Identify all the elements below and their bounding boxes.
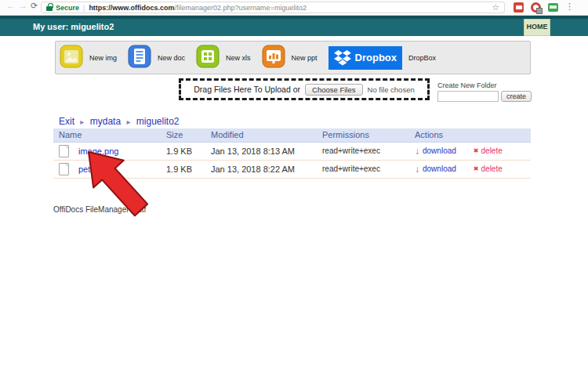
- header-permissions: Permissions: [317, 128, 409, 142]
- breadcrumb-separator-icon: ▸: [126, 117, 130, 126]
- extension-mail-icon[interactable]: [514, 2, 524, 13]
- address-bar[interactable]: Secure | https://www.offidocs.com/filema…: [41, 2, 505, 13]
- create-folder-panel: Create New Folder create: [437, 81, 532, 102]
- breadcrumb-separator-icon: ▸: [80, 117, 84, 126]
- new-ppt-button[interactable]: New ppt: [262, 45, 318, 71]
- secure-label: Secure: [56, 4, 79, 12]
- presentation-file-icon: [262, 45, 285, 71]
- header-size: Size: [161, 128, 205, 142]
- upload-dropzone[interactable]: Drag Files Here To Upload or Choose File…: [179, 78, 430, 100]
- delete-link[interactable]: delete: [481, 164, 503, 173]
- file-link-image-png[interactable]: image.png: [78, 146, 118, 156]
- browser-window: ← → ⟳ Secure | https://www.offidocs.com/…: [0, 0, 588, 365]
- user-label: My user: miguelito2: [33, 22, 114, 31]
- footer-text: OffiDocs FileManager platf: [53, 205, 146, 214]
- header-modified: Modified: [205, 128, 317, 142]
- delete-link[interactable]: delete: [481, 146, 503, 155]
- download-icon: ↓: [415, 164, 419, 175]
- table-header-row: Name Size Modified Permissions Actions: [53, 128, 531, 142]
- file-icon: [59, 145, 69, 157]
- download-link[interactable]: download: [423, 146, 456, 155]
- toolbar: New img New doc: [55, 41, 531, 74]
- delete-icon: ✖: [474, 165, 479, 172]
- dropbox-button[interactable]: Dropbox: [328, 46, 402, 70]
- new-folder-input[interactable]: [437, 91, 499, 102]
- no-file-chosen-label: No file chosen: [368, 85, 415, 94]
- breadcrumb-mydata[interactable]: mydata: [90, 116, 121, 127]
- browser-menu-icon[interactable]: ⋮: [565, 2, 574, 12]
- extension-green-icon[interactable]: [548, 3, 558, 12]
- file-size: 1.9 KB: [161, 160, 205, 178]
- new-img-label: New img: [89, 54, 117, 62]
- new-ppt-label: New ppt: [292, 54, 318, 62]
- new-xls-label: New xls: [226, 54, 251, 62]
- download-icon: ↓: [415, 146, 419, 157]
- delete-icon: ✖: [474, 147, 479, 154]
- new-doc-label: New doc: [158, 54, 185, 62]
- file-modified: Jan 13, 2018 8:22 AM: [205, 160, 317, 178]
- file-link-peter[interactable]: peter: [78, 164, 98, 174]
- url-domain: https://www.offidocs.com: [89, 4, 174, 12]
- home-button[interactable]: HOME: [524, 19, 550, 36]
- dropbox-tool: Dropbox DropBox: [328, 46, 436, 70]
- document-file-icon: [128, 45, 151, 71]
- file-permissions: read+write+exec: [317, 142, 409, 160]
- spreadsheet-file-icon: [196, 45, 220, 71]
- choose-files-button[interactable]: Choose Files: [305, 84, 362, 96]
- dropbox-label: DropBox: [408, 54, 436, 62]
- new-doc-button[interactable]: New doc: [128, 45, 185, 71]
- padlock-icon: [46, 6, 53, 11]
- file-table: Name Size Modified Permissions Actions i…: [53, 128, 531, 179]
- breadcrumb-miguelito2[interactable]: miguelito2: [136, 116, 180, 127]
- new-xls-button[interactable]: New xls: [196, 45, 251, 71]
- table-row: peter 1.9 KB Jan 13, 2018 8:22 AM read+w…: [53, 160, 531, 178]
- create-folder-label: Create New Folder: [437, 81, 532, 89]
- header-name: Name: [53, 128, 161, 142]
- new-img-button[interactable]: New img: [60, 45, 117, 71]
- table-row: image.png 1.9 KB Jan 13, 2018 8:13 AM re…: [53, 142, 531, 160]
- url-path: /filemanager02.php?username=miguelito2: [175, 4, 307, 12]
- site-header: My user: miguelito2 HOME: [0, 16, 588, 36]
- dropbox-button-text: Dropbox: [355, 52, 397, 63]
- upload-row: Drag Files Here To Upload or Choose File…: [179, 78, 532, 102]
- back-icon[interactable]: ←: [6, 1, 15, 10]
- extension-circle-icon[interactable]: [531, 2, 541, 13]
- reload-icon[interactable]: ⟳: [31, 1, 38, 11]
- file-modified: Jan 13, 2018 8:13 AM: [205, 142, 317, 160]
- file-permissions: read+write+exec: [317, 160, 409, 178]
- breadcrumb-exit[interactable]: Exit: [59, 116, 74, 127]
- drag-files-label: Drag Files Here To Upload or: [194, 85, 300, 94]
- create-folder-button[interactable]: create: [501, 91, 532, 102]
- file-icon: [59, 163, 69, 175]
- browser-chrome: ← → ⟳ Secure | https://www.offidocs.com/…: [0, 0, 588, 16]
- url-separator: |: [83, 4, 85, 12]
- file-size: 1.9 KB: [161, 142, 205, 160]
- breadcrumb: Exit ▸ mydata ▸ miguelito2: [59, 116, 180, 127]
- download-link[interactable]: download: [423, 164, 456, 173]
- header-actions: Actions: [409, 128, 531, 142]
- dropbox-icon: [334, 50, 351, 66]
- forward-icon[interactable]: →: [19, 1, 27, 10]
- bookmark-star-icon[interactable]: ☆: [492, 3, 499, 12]
- image-file-icon: [60, 45, 83, 71]
